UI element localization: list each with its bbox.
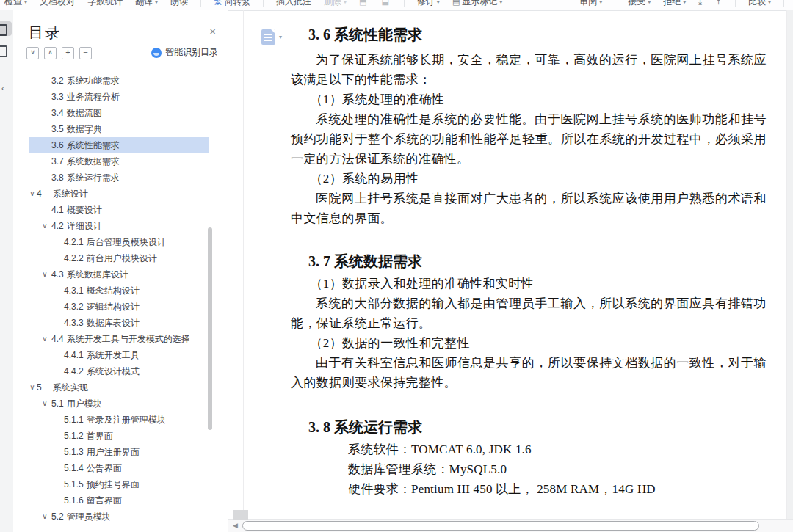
heading-outline-button[interactable]: ▾	[261, 29, 282, 45]
paragraph[interactable]: 系统处理的准确性是系统的必要性能。由于医院网上挂号系统的医师功能和挂号预约功能对…	[291, 109, 767, 169]
toc-item-5.1.2[interactable]: 5.1.2首界面	[13, 428, 228, 444]
toc-item-4.4.2[interactable]: 4.4.2系统设计模式	[13, 363, 228, 379]
document-outline-icon	[261, 29, 275, 45]
toolbar-item-字数统计[interactable]: 字数统计	[87, 0, 123, 8]
paragraph[interactable]: （2）系统的易用性	[291, 169, 767, 189]
toc-item-label: 系统设计	[53, 189, 88, 199]
toolbar-item-显示标记[interactable]: 显示标记 ▾	[452, 0, 502, 9]
toolbar-item-简转繁[interactable]: 简转繁	[214, 0, 250, 9]
toc-item-5.1[interactable]: 5.1用户模块	[13, 396, 228, 412]
toc-item-label: 系统开发工具与开发模式的选择	[67, 334, 190, 344]
toc-item-3.2[interactable]: 3.2系统功能需求	[13, 73, 228, 89]
section-heading[interactable]: 3. 6 系统性能需求	[308, 25, 767, 44]
toolbar-item[interactable]	[717, 0, 723, 9]
horizontal-scrollbar-thumb[interactable]	[242, 521, 759, 531]
horizontal-scrollbar: ◀	[228, 519, 793, 532]
paragraph[interactable]: 为了保证系统能够长期，安全，稳定，可靠，高效的运行，医院网上挂号系统应该满足以下…	[291, 50, 767, 90]
dropdown-caret-icon: ▾	[499, 0, 502, 4]
toc-sidebar: 目录 × 智能识别目录 3.2系统功能需求 3.3业务流程分析 3.4数据流图 …	[13, 10, 228, 532]
toc-item-number: 5.1.5	[64, 479, 84, 489]
toolbar-item-删除: 删除 ▾	[324, 0, 347, 8]
toc-item-4.4.1[interactable]: 4.4.1系统开发工具	[13, 347, 228, 363]
toc-item-3.7[interactable]: 3.7系统数据需求	[13, 153, 228, 170]
chevron-up-icon[interactable]	[44, 47, 57, 59]
collapse-chevron-icon[interactable]: ‹	[1, 84, 4, 92]
toc-item-label: 详细设计	[67, 221, 102, 231]
panel-tab-icon[interactable]	[0, 45, 7, 57]
close-icon[interactable]: ×	[209, 25, 216, 37]
toolbar-item-文档校对[interactable]: 文档校对	[40, 0, 75, 8]
toolbar-item-检查[interactable]: 检查 ▾	[4, 0, 27, 8]
left-panel-tab-strip: ‹	[0, 10, 14, 532]
toc-item-5.1.3[interactable]: 5.1.3用户注册界面	[13, 444, 228, 460]
toc-item-5.2[interactable]: 5.2管理员模块	[13, 509, 228, 525]
toc-item-5.1.1[interactable]: 5.1.1登录及注册管理模块	[13, 412, 228, 428]
paragraph[interactable]: 由于有关科室信息和医师信息是共享的，所以要保持文档数据的一致性，对于输入的数据则…	[291, 353, 767, 393]
toc-item-4.3[interactable]: 4.3系统数据库设计	[13, 266, 228, 283]
dropdown-caret-icon: ▾	[437, 0, 440, 4]
chevron-down-icon[interactable]	[40, 266, 49, 283]
toc-item-4.4[interactable]: 4.4系统开发工具与开发模式的选择	[13, 331, 228, 347]
chevron-down-icon[interactable]	[40, 331, 49, 347]
toolbar-item-翻译[interactable]: 翻译 ▾	[135, 0, 158, 8]
spec-line[interactable]: 硬件要求：Pentium III 450 以上， 258M RAM，14G HD	[348, 479, 767, 499]
dropdown-caret-icon: ▾	[683, 0, 686, 4]
toolbar-item-接受[interactable]: 接受 ▾	[628, 0, 651, 8]
toc-item-3.4[interactable]: 3.4数据流图	[13, 105, 228, 121]
vertical-scrollbar-track[interactable]	[787, 10, 793, 520]
dropdown-caret-icon: ▾	[279, 34, 282, 40]
section-heading[interactable]: 3. 8 系统运行需求	[308, 418, 767, 437]
plus-icon[interactable]	[62, 47, 74, 59]
toolbar-item-修订[interactable]: 修订 ▾	[417, 0, 440, 8]
toc-item-3.3[interactable]: 3.3业务流程分析	[13, 89, 228, 105]
chevron-down-icon[interactable]	[28, 379, 37, 396]
chevron-down-icon[interactable]	[40, 218, 49, 234]
toc-item-5.1.6[interactable]: 5.1.6留言界面	[13, 492, 228, 509]
toc-item-label: 业务流程分析	[67, 92, 120, 102]
toc-item-5.1.4[interactable]: 5.1.4公告界面	[13, 460, 228, 476]
toc-item-4[interactable]: 4系统设计	[13, 186, 228, 202]
toc-item-number: 3.6	[51, 140, 64, 150]
toc-item-number: 5.1.3	[64, 447, 84, 457]
toc-item-5.1.5[interactable]: 5.1.5预约挂号界面	[13, 476, 228, 492]
toc-item-number: 4.3.1	[64, 285, 84, 296]
paragraph[interactable]: 系统的大部分数据的输入都是由管理员手工输入，所以系统的界面应具有排错功能，保证系…	[291, 294, 767, 333]
toolbar-item-插入批注[interactable]: 插入批注	[276, 0, 311, 8]
spec-line[interactable]: 数据库管理系统：MySQL5.0	[348, 459, 767, 479]
prev-comment-icon	[359, 0, 366, 9]
toc-item-3.6[interactable]: 3.6系统性能需求	[13, 137, 228, 153]
paragraph[interactable]: （1）系统处理的准确性	[291, 90, 767, 109]
toolbar-item-审阅[interactable]: 审阅 ▾	[579, 0, 602, 8]
toolbar-item-朗读[interactable]: 朗读	[170, 0, 188, 8]
toc-item-number: 3.8	[51, 172, 64, 183]
paragraph[interactable]: （2）数据的一致性和完整性	[291, 333, 767, 353]
toc-item-4.3.1[interactable]: 4.3.1概念结构设计	[13, 283, 228, 299]
toc-item-4.3.2[interactable]: 4.3.2逻辑结构设计	[13, 299, 228, 315]
scroll-left-arrow-icon[interactable]: ◀	[233, 522, 238, 529]
toc-item-4.2.1[interactable]: 4.2.1后台管理员模块设计	[13, 234, 228, 250]
toc-item-number: 4.2.2	[64, 253, 84, 263]
chevron-down-icon[interactable]	[28, 186, 37, 202]
markup-icon	[452, 0, 460, 9]
toolbar-item[interactable]	[698, 0, 704, 9]
smart-recognize-toc-button[interactable]: 智能识别目录	[151, 46, 218, 59]
minus-icon[interactable]	[79, 47, 92, 59]
toc-item-4.2.2[interactable]: 4.2.2前台用户模块设计	[13, 250, 228, 266]
toc-item-4.3.3[interactable]: 4.3.3数据库表设计	[13, 315, 228, 331]
toc-item-5[interactable]: 5系统实现	[13, 379, 228, 396]
toc-item-3.5[interactable]: 3.5数据字典	[13, 121, 228, 137]
toolbar-item-比较[interactable]: 比较 ▾	[748, 0, 771, 8]
toc-item-4.1[interactable]: 4.1概要设计	[13, 202, 228, 218]
document-editing-area[interactable]: 3. 6 系统性能需求 为了保证系统能够长期，安全，稳定，可靠，高效的运行，医院…	[291, 10, 767, 499]
toc-item-4.2[interactable]: 4.2详细设计	[13, 218, 228, 234]
toc-item-3.8[interactable]: 3.8系统运行需求	[13, 170, 228, 186]
chevron-down-icon[interactable]	[26, 47, 39, 59]
paragraph[interactable]: （1）数据录入和处理的准确性和实时性	[291, 274, 767, 294]
toolbar-item-拒绝[interactable]: 拒绝 ▾	[663, 0, 686, 8]
paragraph[interactable]: 医院网上挂号系统是直接面对广大患者的，所以系统应该使用用户熟悉的术语和中文信息的…	[291, 189, 767, 228]
section-heading[interactable]: 3. 7 系统数据需求	[308, 252, 767, 271]
spec-line[interactable]: 系统软件：TOMCAT 6.0, JDK 1.6	[348, 440, 767, 459]
chevron-down-icon[interactable]	[40, 509, 49, 525]
chevron-down-icon[interactable]	[40, 396, 49, 412]
toc-scrollbar-thumb[interactable]	[208, 227, 212, 430]
